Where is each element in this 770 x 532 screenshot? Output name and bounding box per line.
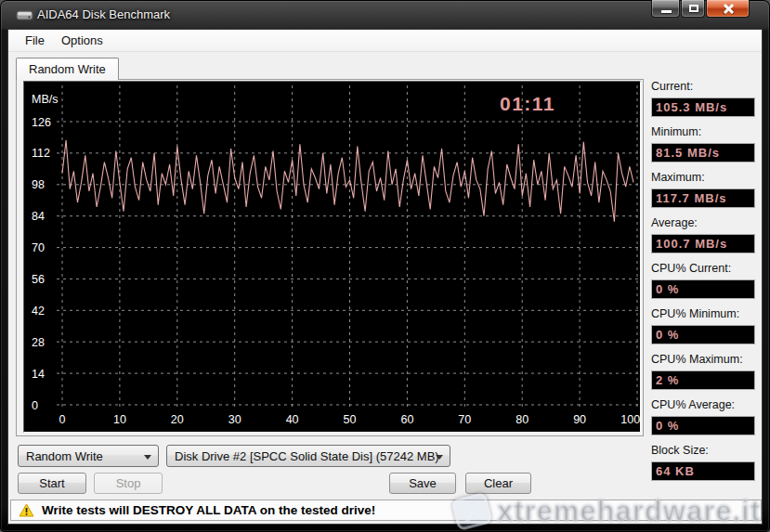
maximize-icon — [689, 5, 698, 12]
tab-random-write[interactable]: Random Write — [16, 58, 119, 80]
client-area: File Options Random Write MB/s1261129884… — [7, 29, 763, 525]
chevron-down-icon — [144, 455, 151, 460]
clear-button[interactable]: Clear — [465, 473, 531, 494]
status-bar: Write tests will DESTROY ALL DATA on the… — [10, 500, 762, 521]
svg-text:42: 42 — [32, 305, 45, 318]
app-window: AIDA64 Disk Benchmark File Options Rando… — [0, 0, 770, 532]
stat-label: CPU% Minimum: — [651, 307, 755, 322]
drive-value: Disk Drive #2 [SPCC Solid State Dis] (57… — [175, 449, 439, 463]
minimize-button[interactable] — [651, 0, 680, 18]
stat-current: Current: 105.3 MB/s — [651, 80, 755, 117]
stat-value: 0 % — [651, 325, 755, 344]
svg-text:126: 126 — [32, 116, 51, 129]
svg-text:40: 40 — [286, 413, 299, 426]
menu-options[interactable]: Options — [53, 31, 111, 50]
test-type-value: Random Write — [26, 449, 103, 463]
close-button[interactable] — [706, 0, 750, 18]
app-disk-icon — [16, 8, 33, 25]
test-type-select[interactable]: Random Write — [18, 445, 159, 467]
stat-label: CPU% Average: — [651, 398, 755, 413]
stat-minimum: Minimum: 81.5 MB/s — [651, 125, 755, 162]
stop-button: Stop — [94, 473, 163, 494]
svg-text:0: 0 — [59, 413, 66, 426]
benchmark-chart-svg: MB/s126112988470564228140010203040506070… — [24, 82, 640, 432]
svg-text:01:11: 01:11 — [500, 93, 555, 114]
stat-block-size: Block Size: 64 KB — [651, 444, 755, 481]
svg-text:80: 80 — [516, 413, 529, 426]
window-title: AIDA64 Disk Benchmark — [37, 7, 170, 21]
svg-text:90: 90 — [573, 413, 586, 426]
stat-label: CPU% Maximum: — [651, 353, 755, 368]
stat-cpu-current: CPU% Current: 0 % — [651, 262, 755, 299]
stat-label: Current: — [651, 80, 755, 95]
benchmark-chart: MB/s126112988470564228140010203040506070… — [23, 81, 641, 433]
stat-maximum: Maximum: 117.7 MB/s — [651, 171, 755, 208]
svg-text:98: 98 — [32, 178, 45, 191]
stat-label: Minimum: — [651, 125, 755, 140]
svg-text:30: 30 — [228, 413, 241, 426]
stat-cpu-average: CPU% Average: 0 % — [651, 398, 755, 435]
stat-label: Average: — [651, 216, 755, 231]
stat-label: Block Size: — [651, 444, 755, 459]
svg-text:70: 70 — [458, 413, 471, 426]
svg-text:0: 0 — [32, 399, 38, 412]
menu-file[interactable]: File — [17, 31, 53, 50]
stat-value: 0 % — [651, 416, 755, 435]
svg-text:28: 28 — [32, 336, 45, 349]
start-button[interactable]: Start — [18, 473, 86, 494]
close-icon — [723, 4, 734, 14]
svg-text:50: 50 — [344, 413, 357, 426]
svg-text:60: 60 — [400, 413, 413, 426]
title-bar[interactable]: AIDA64 Disk Benchmark — [0, 0, 770, 29]
stat-label: Maximum: — [651, 171, 755, 186]
menu-bar: File Options — [8, 30, 762, 52]
drive-select[interactable]: Disk Drive #2 [SPCC Solid State Dis] (57… — [166, 445, 450, 467]
warning-text: Write tests will DESTROY ALL DATA on the… — [42, 503, 375, 517]
svg-text:70: 70 — [32, 241, 45, 254]
svg-text:112: 112 — [32, 147, 50, 160]
minimize-icon — [661, 10, 672, 13]
maximize-button[interactable] — [681, 0, 705, 18]
svg-text:56: 56 — [32, 273, 45, 286]
stat-label: CPU% Current: — [651, 262, 755, 277]
stat-value: 100.7 MB/s — [651, 234, 755, 253]
stat-cpu-minimum: CPU% Minimum: 0 % — [651, 307, 755, 344]
svg-text:100 %: 100 % — [620, 413, 640, 426]
stat-average: Average: 100.7 MB/s — [651, 216, 755, 253]
svg-text:MB/s: MB/s — [32, 93, 58, 106]
svg-text:14: 14 — [32, 368, 45, 381]
warning-icon — [19, 503, 34, 517]
tab-page: MB/s126112988470564228140010203040506070… — [16, 79, 644, 436]
stat-value: 81.5 MB/s — [651, 143, 755, 162]
stat-value: 0 % — [651, 279, 755, 299]
stat-value: 105.3 MB/s — [651, 97, 755, 117]
stat-value: 64 KB — [651, 461, 755, 481]
stats-panel: Current: 105.3 MB/s Minimum: 81.5 MB/s M… — [651, 80, 755, 489]
save-button[interactable]: Save — [389, 473, 456, 494]
svg-text:84: 84 — [32, 210, 45, 223]
stat-cpu-maximum: CPU% Maximum: 2 % — [651, 353, 755, 390]
stat-value: 2 % — [651, 370, 755, 390]
svg-text:20: 20 — [171, 413, 184, 426]
stat-value: 117.7 MB/s — [651, 188, 755, 208]
chevron-down-icon — [436, 455, 443, 460]
svg-text:10: 10 — [113, 413, 126, 426]
